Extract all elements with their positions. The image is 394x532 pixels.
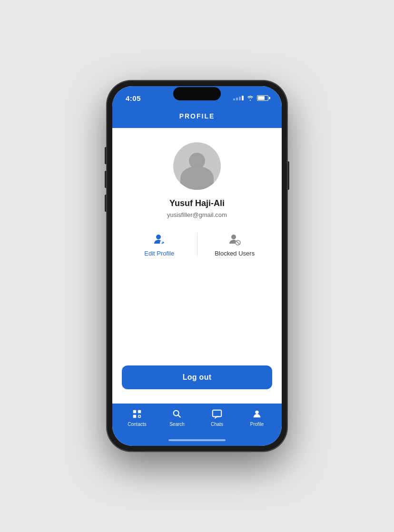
main-content: Yusuf Haji-Ali yusisfiller@gmail.com <box>112 128 282 404</box>
edit-profile-button[interactable]: Edit Profile <box>122 232 197 257</box>
phone-frame: 4:05 PROFILE <box>107 80 287 452</box>
wifi-icon <box>246 95 254 101</box>
nav-contacts-label: Contacts <box>128 422 146 427</box>
user-name: Yusuf Haji-Ali <box>169 198 225 208</box>
signal-icon <box>233 96 244 100</box>
status-icons <box>233 95 268 101</box>
svg-rect-7 <box>138 410 141 413</box>
avatar-silhouette <box>173 142 221 190</box>
phone-screen: 4:05 PROFILE <box>112 86 282 446</box>
svg-line-13 <box>178 415 180 417</box>
nav-search-label: Search <box>169 422 185 427</box>
home-bar <box>168 439 226 441</box>
svg-point-0 <box>156 235 161 239</box>
blocked-users-label: Blocked Users <box>215 250 255 257</box>
nav-chats[interactable]: Chats <box>203 408 231 427</box>
header-title: PROFILE <box>179 112 215 120</box>
svg-point-15 <box>255 411 258 414</box>
chats-icon <box>211 408 223 420</box>
edit-profile-label: Edit Profile <box>144 250 174 257</box>
user-email: yusisfiller@gmail.com <box>167 211 227 218</box>
nav-contacts[interactable]: Contacts <box>123 408 151 427</box>
svg-rect-6 <box>133 410 136 413</box>
avatar <box>173 142 221 190</box>
avatar-body <box>180 166 214 190</box>
nav-chats-label: Chats <box>211 422 223 427</box>
nav-profile-label: Profile <box>250 422 264 427</box>
svg-point-2 <box>231 235 236 239</box>
app-header: PROFILE <box>112 107 282 128</box>
edit-profile-icon <box>152 232 167 247</box>
logout-button[interactable]: Log out <box>122 365 272 389</box>
action-row: Edit Profile <box>122 232 272 257</box>
blocked-users-icon <box>227 232 242 247</box>
contacts-icon <box>131 408 143 420</box>
svg-point-12 <box>174 411 179 416</box>
svg-rect-14 <box>213 410 221 417</box>
battery-icon <box>257 95 268 101</box>
nav-profile[interactable]: Profile <box>243 408 271 427</box>
bottom-nav: Contacts Search <box>112 404 282 436</box>
home-indicator <box>112 436 282 446</box>
blocked-users-button[interactable]: Blocked Users <box>197 232 273 257</box>
profile-icon <box>251 408 263 420</box>
search-icon <box>171 408 183 420</box>
dynamic-island <box>173 87 221 100</box>
status-time: 4:05 <box>126 94 141 102</box>
nav-search[interactable]: Search <box>163 408 191 427</box>
svg-rect-8 <box>133 415 136 418</box>
